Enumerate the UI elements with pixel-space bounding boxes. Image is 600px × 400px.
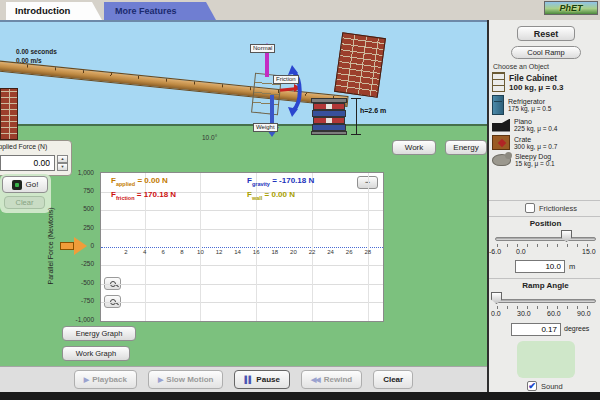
- object-item-sleepy-dog[interactable]: Sleepy Dog15 kg, μ = 0.1: [492, 153, 600, 167]
- right-brick-wall: [334, 32, 386, 98]
- object-name: Refrigerator: [508, 98, 551, 105]
- stepper-down-icon[interactable]: [57, 163, 68, 171]
- playback-button-label: Clear: [383, 375, 403, 384]
- x-tick-label: 2: [118, 249, 134, 255]
- app-window: Introduction More Features PhET 0.00 sec…: [0, 0, 600, 400]
- applied-force-handle[interactable]: [60, 242, 74, 250]
- gridline: [101, 284, 383, 285]
- work-graph-button-label: Work Graph: [76, 349, 116, 358]
- work-button-label: Work: [405, 143, 424, 152]
- object-item-file-cabinet[interactable]: File Cabinet100 kg, μ = 0.3: [492, 72, 600, 92]
- stepper-up-icon[interactable]: [57, 155, 68, 163]
- gridline: [101, 265, 383, 266]
- tab-introduction-label: Introduction: [15, 5, 70, 16]
- dog-icon: [492, 154, 511, 166]
- x-tick-label: 26: [341, 249, 357, 255]
- zero-gridline: [101, 247, 383, 248]
- object-item-refrigerator[interactable]: Refrigerator175 kg, μ = 0.5: [492, 95, 600, 115]
- stack-book: [312, 110, 346, 117]
- y-tick-label: 750: [83, 187, 94, 194]
- frictionless-checkbox[interactable]: [525, 203, 535, 213]
- reset-button[interactable]: Reset: [517, 26, 575, 41]
- position-slider-ticks: [497, 244, 594, 247]
- object-name: Crate: [514, 136, 557, 143]
- x-tick-label: 12: [211, 249, 227, 255]
- piano-icon: [492, 119, 510, 132]
- normal-force-arrow: [265, 52, 269, 77]
- applied-force-go-button[interactable]: Go!: [2, 176, 48, 193]
- playback-button-label: Pause: [256, 375, 280, 384]
- tab-introduction[interactable]: Introduction: [6, 2, 102, 20]
- force-readout-wall: Fwall = 0.00 N: [247, 190, 295, 201]
- position-title: Position: [489, 219, 600, 228]
- object-spec: 225 kg, μ = 0.4: [514, 125, 557, 132]
- object-item-crate[interactable]: Crate300 kg, μ = 0.7: [492, 135, 600, 150]
- object-item-piano[interactable]: Piano225 kg, μ = 0.4: [492, 118, 600, 132]
- slider-tick-label: -6.0: [489, 248, 501, 255]
- slider-tick-label: 30.0: [517, 310, 531, 317]
- phet-logo: PhET: [544, 1, 598, 15]
- y-axis-title: Parallel Force (Newtons): [47, 207, 54, 284]
- rotate-ramp-arrow[interactable]: [288, 64, 304, 118]
- playback-button[interactable]: ▶Playback: [74, 370, 137, 389]
- y-tick-label: 250: [83, 224, 94, 231]
- rewind-icon: ◀◀: [311, 376, 320, 384]
- rewind-button[interactable]: ◀◀Rewind: [301, 370, 362, 389]
- applied-force-clear-button[interactable]: Clear: [4, 196, 45, 209]
- ramp-height-label: h=2.6 m: [360, 107, 386, 114]
- ramp-angle-slider-track[interactable]: [495, 299, 596, 303]
- file-cabinet-icon: [492, 72, 505, 92]
- go-highlight-panel: [517, 341, 575, 378]
- x-tick-label: 6: [155, 249, 171, 255]
- applied-force-input[interactable]: [0, 155, 55, 171]
- slow-motion-button[interactable]: ▶Slow Motion: [148, 370, 224, 389]
- energy-graph-button[interactable]: Energy Graph: [62, 326, 136, 341]
- playback-button-label: Rewind: [324, 375, 352, 384]
- clear-button[interactable]: Clear: [373, 370, 413, 389]
- stack-base: [311, 131, 347, 135]
- clear-button-label: Clear: [16, 198, 34, 207]
- ramp-angle-input[interactable]: [511, 323, 561, 336]
- sound-checkbox[interactable]: ✔: [527, 381, 537, 391]
- tab-bar: Introduction More Features PhET: [0, 0, 600, 20]
- slider-tick-label: 15.0: [582, 248, 596, 255]
- object-spec: 300 kg, μ = 0.7: [514, 143, 557, 150]
- slider-tick-label: 0.0: [491, 310, 501, 317]
- gridline: [101, 210, 383, 211]
- applied-force-stepper: [57, 155, 68, 171]
- force-graph-panel: − 246810121416182022242628Fapplied = 0.0…: [100, 172, 384, 322]
- play-icon: ▶: [84, 376, 88, 384]
- energy-button-label: Energy: [453, 143, 478, 152]
- object-spec: 100 kg, μ = 0.3: [509, 83, 563, 92]
- position-input[interactable]: [515, 260, 565, 273]
- applied-force-handle-arrow-icon[interactable]: [74, 237, 87, 255]
- tab-more-features[interactable]: More Features: [104, 2, 216, 20]
- pause-button[interactable]: ▌▌Pause: [234, 370, 290, 389]
- object-name: Sleepy Dog: [515, 153, 555, 160]
- x-tick-label: 18: [267, 249, 283, 255]
- position-slider-track[interactable]: [495, 237, 596, 241]
- cool-ramp-button[interactable]: Cool Ramp: [511, 46, 581, 59]
- book-stack-support: [311, 98, 347, 135]
- simulation-area: 0.00 seconds 0.00 m/s Normal Friction: [0, 20, 487, 366]
- divider: [489, 216, 600, 217]
- reset-button-label: Reset: [534, 29, 559, 39]
- frictionless-label: Frictionless: [539, 204, 577, 213]
- work-button[interactable]: Work: [392, 140, 436, 155]
- horizon-line: [0, 124, 487, 126]
- x-tick-label: 20: [285, 249, 301, 255]
- y-tick-label: 500: [83, 205, 94, 212]
- pause-icon: ▌▌: [244, 376, 252, 383]
- weight-force-label: Weight: [253, 123, 278, 132]
- force-readout-applied: Fapplied = 0.00 N: [111, 176, 168, 187]
- slow-icon: ▶: [158, 376, 162, 384]
- tab-more-features-label: More Features: [115, 6, 177, 16]
- energy-button[interactable]: Energy: [445, 140, 487, 155]
- go-icon: [12, 180, 22, 190]
- y-tick-label: -750: [81, 297, 94, 304]
- choose-object-label: Choose an Object: [493, 63, 549, 70]
- gridline: [101, 302, 383, 303]
- work-graph-button[interactable]: Work Graph: [62, 346, 130, 361]
- x-tick-label: 24: [323, 249, 339, 255]
- x-tick-label: 16: [248, 249, 264, 255]
